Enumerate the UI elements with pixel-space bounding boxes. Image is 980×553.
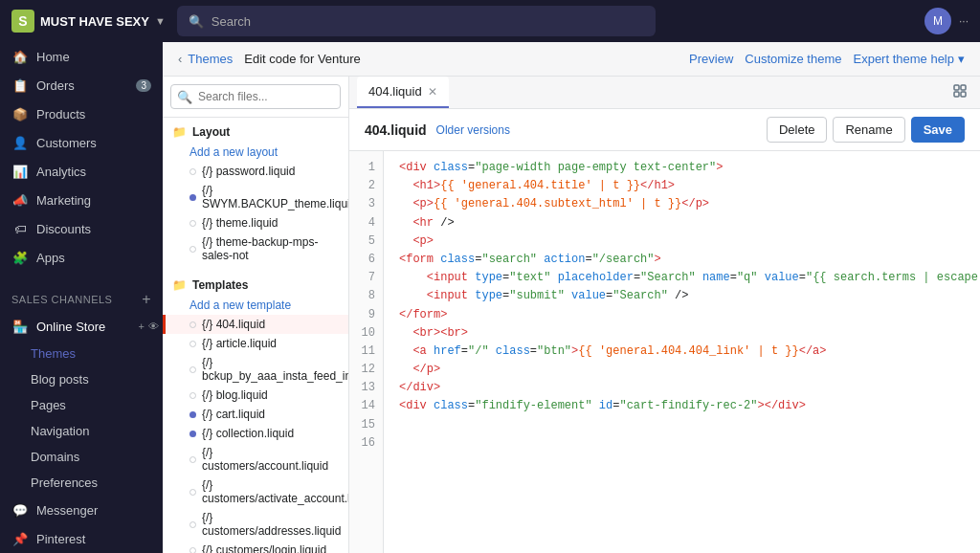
- tab-404-liquid[interactable]: 404.liquid ✕: [357, 77, 449, 108]
- file-name: {/} customers/login.liquid: [202, 543, 326, 553]
- products-icon: 📦: [11, 105, 29, 122]
- sidebar-item-products[interactable]: 📦 Products: [0, 100, 163, 128]
- file-item-article[interactable]: {/} article.liquid: [163, 334, 348, 353]
- sidebar-item-domains[interactable]: Domains: [0, 444, 163, 470]
- breadcrumb-back-link[interactable]: Themes: [188, 52, 233, 66]
- sidebar-item-pinterest[interactable]: 📌 Pinterest: [0, 524, 163, 553]
- marketing-icon: 📣: [11, 191, 29, 209]
- sidebar-label-online-store: Online Store: [36, 320, 105, 334]
- pages-label: Pages: [31, 398, 66, 412]
- customers-icon: 👤: [11, 134, 29, 151]
- file-item-customers-login[interactable]: {/} customers/login.liquid: [163, 541, 348, 553]
- shopify-icon: S: [11, 10, 34, 33]
- save-button[interactable]: Save: [911, 117, 965, 143]
- dot-indicator: [189, 168, 196, 175]
- sidebar-item-themes[interactable]: Themes: [0, 341, 163, 366]
- preview-link[interactable]: Preview: [689, 52, 733, 66]
- editor-layout: 🔍 📁 Layout Add a new layout {/} password…: [163, 77, 980, 553]
- brand-chevron: ▼: [155, 15, 166, 27]
- sidebar-item-marketing[interactable]: 📣 Marketing: [0, 186, 163, 214]
- home-icon: 🏠: [11, 48, 29, 65]
- sidebar-item-customers[interactable]: 👤 Customers: [0, 128, 163, 157]
- file-search-icon: 🔍: [177, 90, 192, 104]
- sidebar-item-pages[interactable]: Pages: [0, 392, 163, 418]
- file-search-area: 🔍: [163, 77, 348, 118]
- dot-indicator: [189, 411, 196, 418]
- sales-channels-label: SALES CHANNELS +: [0, 279, 163, 312]
- older-versions-link[interactable]: Older versions: [436, 123, 510, 137]
- pinterest-icon: 📌: [11, 530, 29, 547]
- dot-indicator: [189, 521, 196, 528]
- sidebar-item-online-store[interactable]: 🏪 Online Store + 👁: [0, 312, 163, 341]
- file-search-wrap: 🔍: [170, 84, 341, 109]
- brand-logo[interactable]: S MUST HAVE SEXY ▼: [11, 10, 166, 33]
- sidebar-item-blog-posts[interactable]: Blog posts: [0, 366, 163, 392]
- add-layout-link[interactable]: Add a new layout: [163, 143, 348, 162]
- topnav: S MUST HAVE SEXY ▼ 🔍 Search M ···: [0, 0, 980, 42]
- file-item-bckup[interactable]: {/} bckup_by_aaa_insta_feed_inde: [163, 353, 348, 386]
- file-item-theme-backup[interactable]: {/} theme-backup-mps-sales-not: [163, 232, 348, 265]
- search-bar[interactable]: 🔍 Search: [177, 6, 656, 36]
- rename-button[interactable]: Rename: [833, 117, 904, 143]
- sidebar-item-orders[interactable]: 📋 Orders 3: [0, 71, 163, 100]
- content-area: ‹ Themes Edit code for Venture Preview C…: [163, 42, 980, 553]
- code-line-16: <div class="findify-element" id="cart-fi…: [399, 397, 965, 415]
- sidebar-label-orders: Orders: [36, 78, 75, 93]
- dot-indicator: [189, 321, 196, 328]
- sidebar-item-preferences[interactable]: Preferences: [0, 470, 163, 496]
- sidebar-label-apps: Apps: [36, 251, 65, 265]
- file-item-collection[interactable]: {/} collection.liquid: [163, 424, 348, 443]
- file-name: {/} cart.liquid: [202, 408, 265, 421]
- store-eye-icon[interactable]: 👁: [148, 321, 159, 332]
- file-item-404[interactable]: {/} 404.liquid: [163, 315, 348, 334]
- breadcrumb-actions: Preview Customize theme Expert theme hel…: [689, 52, 965, 66]
- code-line-4: <hr />: [399, 214, 965, 232]
- sidebar-item-home[interactable]: 🏠 Home: [0, 42, 163, 71]
- sidebar-item-navigation[interactable]: Navigation: [0, 418, 163, 444]
- dot-indicator: [189, 547, 196, 554]
- analytics-icon: 📊: [11, 163, 29, 180]
- expert-help-link[interactable]: Expert theme help ▾: [853, 52, 965, 66]
- code-line-1: <div class="page-width page-empty text-c…: [399, 159, 965, 177]
- sidebar-item-analytics[interactable]: 📊 Analytics: [0, 157, 163, 186]
- code-line-12: <a href="/" class="btn">{{ 'general.404.…: [399, 343, 965, 361]
- tabs-bar: 404.liquid ✕: [349, 77, 980, 109]
- sidebar: 🏠 Home 📋 Orders 3 📦 Products 👤 Customers…: [0, 42, 163, 553]
- delete-button[interactable]: Delete: [767, 117, 828, 143]
- sidebar-item-discounts[interactable]: 🏷 Discounts: [0, 214, 163, 243]
- dot-indicator: [189, 456, 196, 463]
- dot-indicator: [189, 431, 196, 437]
- sidebar-item-messenger[interactable]: 💬 Messenger: [0, 496, 163, 524]
- sidebar-item-apps[interactable]: 🧩 Apps: [0, 243, 163, 272]
- file-item-customers-activate[interactable]: {/} customers/activate_account.li: [163, 476, 348, 508]
- templates-section-header: 📁 Templates: [163, 271, 348, 296]
- domains-label: Domains: [31, 450, 79, 464]
- dot-indicator: [189, 246, 196, 253]
- file-item-cart[interactable]: {/} cart.liquid: [163, 405, 348, 424]
- layout-section-header: 📁 Layout: [163, 118, 348, 143]
- file-name: {/} customers/addresses.liquid: [202, 511, 341, 538]
- code-line-3: <p>{{ 'general.404.subtext_html' | t }}<…: [399, 195, 965, 213]
- avatar[interactable]: M: [924, 8, 951, 34]
- close-tab-icon[interactable]: ✕: [428, 85, 437, 99]
- code-lines[interactable]: <div class="page-width page-empty text-c…: [384, 151, 980, 553]
- file-item-theme[interactable]: {/} theme.liquid: [163, 213, 348, 232]
- brand-name: MUST HAVE SEXY: [40, 14, 149, 29]
- add-template-link[interactable]: Add a new template: [163, 296, 348, 315]
- add-channel-button[interactable]: +: [142, 291, 151, 308]
- expand-button[interactable]: [947, 78, 972, 106]
- pinterest-label: Pinterest: [36, 532, 85, 546]
- code-line-10: </form>: [399, 306, 965, 324]
- folder-icon: 📁: [172, 125, 187, 139]
- dot-indicator: [189, 220, 196, 227]
- customize-theme-link[interactable]: Customize theme: [745, 52, 841, 66]
- file-item-password[interactable]: {/} password.liquid: [163, 162, 348, 181]
- file-item-blog[interactable]: {/} blog.liquid: [163, 386, 348, 405]
- code-content[interactable]: 12345 678910 111213141516 <div class="pa…: [349, 151, 980, 553]
- file-item-customers-addresses[interactable]: {/} customers/addresses.liquid: [163, 508, 348, 541]
- file-item-swym-backup[interactable]: {/} SWYM.BACKUP_theme.liquid: [163, 181, 348, 213]
- file-search-input[interactable]: [170, 84, 341, 109]
- sidebar-label-home: Home: [36, 50, 70, 64]
- file-item-customers-account[interactable]: {/} customers/account.liquid: [163, 443, 348, 476]
- store-plus-icon[interactable]: +: [139, 321, 145, 332]
